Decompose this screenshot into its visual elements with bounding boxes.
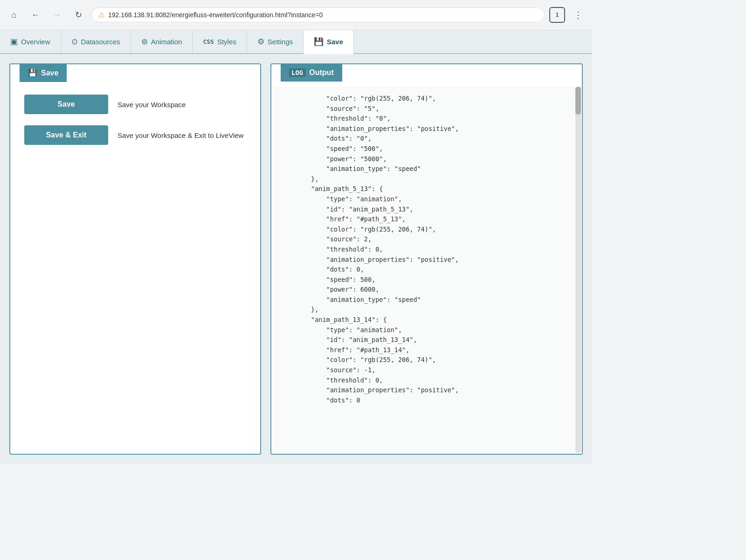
tab-count-button[interactable]: 1 <box>549 7 565 23</box>
save-description: Save your Workspace <box>117 101 186 109</box>
settings-icon: ⚙ <box>257 37 264 47</box>
refresh-button[interactable]: ↻ <box>70 7 87 23</box>
log-panel-header: LOG Output <box>281 64 342 82</box>
styles-icon: CSS <box>203 38 214 45</box>
log-panel-title: Output <box>309 68 333 77</box>
forward-button[interactable]: → <box>48 7 65 23</box>
browser-menu-button[interactable]: ⋮ <box>570 7 587 23</box>
scrollbar-thumb[interactable] <box>575 87 581 115</box>
app-tabs: ▣ Overview ⊙ Datasources ⊚ Animation CSS… <box>0 30 592 54</box>
save-exit-description: Save your Workspace & Exit to LiveView <box>117 131 243 139</box>
animation-icon: ⊚ <box>141 37 148 47</box>
tab-datasources[interactable]: ⊙ Datasources <box>61 30 131 53</box>
overview-icon: ▣ <box>10 37 18 47</box>
scrollbar-track[interactable] <box>575 87 581 453</box>
save-exit-button[interactable]: Save & Exit <box>24 125 108 145</box>
datasources-icon: ⊙ <box>71 37 78 47</box>
save-panel: 💾 Save Save Save your Workspace Save & E… <box>9 63 261 455</box>
save-panel-header: 💾 Save <box>20 64 67 82</box>
save-tab-icon: 💾 <box>314 37 324 47</box>
back-button[interactable]: ← <box>27 7 44 23</box>
url-text: 192.168.138.91:8082/energiefluss-erweite… <box>108 11 323 19</box>
browser-chrome: ⌂ ← → ↻ ⚠ 192.168.138.91:8082/energieflu… <box>0 0 592 30</box>
save-panel-title: Save <box>41 69 58 77</box>
save-button[interactable]: Save <box>24 95 108 114</box>
log-output[interactable]: "color": "rgb(255, 206, 74)", "source": … <box>271 87 582 454</box>
save-row: Save Save your Workspace <box>24 95 246 114</box>
home-button[interactable]: ⌂ <box>6 7 22 23</box>
tab-save[interactable]: 💾 Save <box>304 30 354 54</box>
main-content: 💾 Save Save Save your Workspace Save & E… <box>0 54 592 464</box>
tab-settings[interactable]: ⚙ Settings <box>247 30 304 53</box>
security-icon: ⚠ <box>98 11 104 19</box>
save-panel-icon: 💾 <box>28 68 37 77</box>
save-exit-row: Save & Exit Save your Workspace & Exit t… <box>24 125 246 145</box>
tab-animation[interactable]: ⊚ Animation <box>131 30 193 53</box>
log-tag: LOG <box>289 68 305 77</box>
tab-overview[interactable]: ▣ Overview <box>0 30 61 53</box>
log-text: "color": "rgb(255, 206, 74)", "source": … <box>281 94 573 405</box>
log-panel: LOG Output "color": "rgb(255, 206, 74)",… <box>270 63 583 455</box>
tab-styles[interactable]: CSS Styles <box>193 30 247 53</box>
address-bar[interactable]: ⚠ 192.168.138.91:8082/energiefluss-erwei… <box>91 7 545 22</box>
